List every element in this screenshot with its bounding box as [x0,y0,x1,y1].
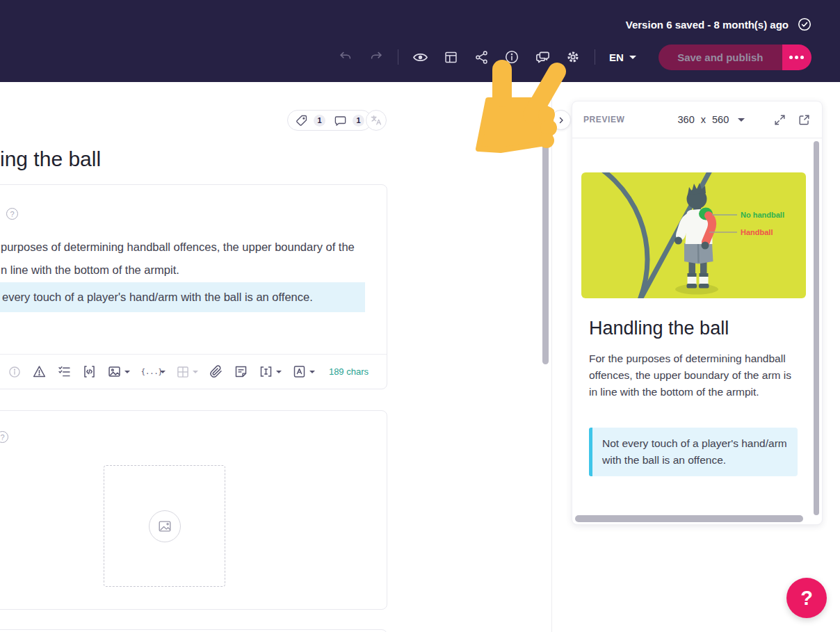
glossary-icon[interactable] [292,364,315,379]
toolbar-divider [398,49,398,65]
collapse-preview-button[interactable] [551,110,571,130]
authoring-app: Version 6 saved - 8 month(s) ago [0,0,840,632]
chevron-down-icon [276,371,282,373]
viewport-width: 360 [678,114,695,125]
help-button[interactable]: ? [786,578,827,618]
open-in-new-tab-button[interactable] [798,113,811,127]
fullscreen-button[interactable] [773,113,786,127]
text-block-editor[interactable]: purposes of determining handball offence… [1,236,355,282]
image-thumbnail[interactable] [1,465,86,587]
insert-image-icon[interactable] [107,364,130,379]
undo-button[interactable] [334,45,357,69]
next-block-card [0,629,387,632]
variables-icon[interactable]: {...} [140,365,165,379]
help-icon[interactable]: ? [0,431,8,443]
preview-eye-button[interactable] [408,45,432,69]
layout-button[interactable] [439,45,462,69]
save-and-publish-button[interactable]: Save and publish [659,44,782,70]
preview-panel: PREVIEW 360 x 560 Handling the ball For … [572,101,823,525]
chevron-down-icon [738,118,745,122]
slide-highlight-text: Not every touch of a player's hand/arm w… [602,437,787,466]
redo-button[interactable] [364,45,388,69]
image-upload-placeholder[interactable] [104,465,225,587]
note-icon[interactable] [234,364,248,379]
chevron-down-icon [193,371,198,373]
info-insert-icon[interactable] [8,365,22,379]
text-line: n line with the bottom of the armpit. [1,259,355,282]
version-status: Version 6 saved - 8 month(s) ago [626,17,812,32]
slide-highlight-box: Not every touch of a player's hand/arm w… [589,428,798,476]
tag-count-badge: 1 [314,115,325,127]
preview-header: PREVIEW 360 x 560 [572,102,822,138]
preview-label: PREVIEW [583,115,625,124]
language-dropdown[interactable]: EN [609,51,636,63]
highlight-text: every touch of a player's hand/arm with … [2,291,313,304]
chevron-down-icon [629,56,636,59]
top-bar: Version 6 saved - 8 month(s) ago [0,0,840,82]
version-status-text: Version 6 saved - 8 month(s) ago [626,19,789,31]
comment-icon [334,114,347,127]
tags-comments-pill[interactable]: 1 1 [287,110,372,131]
viewport-height: 560 [712,114,729,125]
check-circle-icon [797,17,812,32]
slide-heading: Handling the ball [589,318,729,339]
text-block-card: ? purposes of determining handball offen… [0,184,387,389]
text-field-icon[interactable] [259,364,282,379]
chevron-down-icon [124,371,130,373]
tag-icon [295,114,308,127]
text-line: purposes of determining handball offence… [1,236,355,259]
lesson-title[interactable]: ing the ball [0,147,101,171]
checklist-icon[interactable] [57,364,72,379]
comment-count-badge: 1 [353,115,364,127]
chevron-right-icon [557,116,565,124]
comments-button[interactable] [531,45,554,69]
slide-image-handball-illustration [581,172,806,298]
char-counter: 189 chars [329,366,369,377]
viewport-times: x [701,114,706,125]
chevron-down-icon [160,371,165,373]
preview-vertical-scrollbar[interactable] [814,141,819,515]
settings-gear-button[interactable] [561,45,585,69]
chevron-down-icon [309,371,315,373]
language-code: EN [609,51,624,63]
highlight-box[interactable]: every touch of a player's hand/arm with … [0,282,365,312]
preview-horizontal-scrollbar[interactable] [575,515,803,522]
translate-button[interactable] [366,110,387,131]
toolbar-divider [595,49,595,65]
translate-icon [370,114,382,127]
share-button[interactable] [469,45,493,69]
add-image-icon [149,510,181,542]
code-block-icon[interactable] [82,364,97,379]
editor-toolbar-top: EN Save and publish [334,43,811,71]
image-block-card: ? [0,410,387,610]
info-button[interactable] [500,45,524,69]
help-icon[interactable]: ? [6,208,18,220]
attachment-icon[interactable] [209,364,223,379]
pane-divider [551,82,552,632]
more-options-button[interactable] [782,44,811,70]
warning-insert-icon[interactable] [32,364,47,379]
slide-body-text: For the purposes of determining handball… [589,350,802,400]
viewport-size-dropdown[interactable]: 360 x 560 [678,114,745,125]
editor-scrollbar[interactable] [542,133,549,364]
table-icon[interactable] [176,365,198,379]
text-format-toolbar: {...} 189 chars [0,354,387,389]
